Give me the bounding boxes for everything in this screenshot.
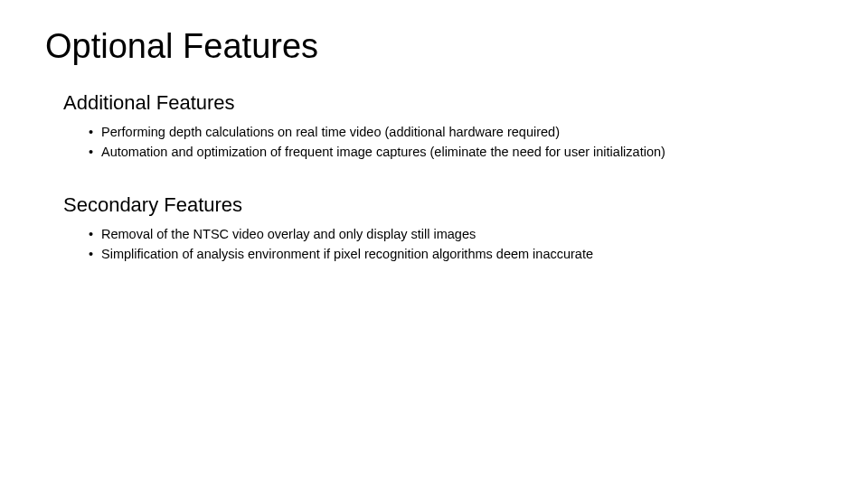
section-heading: Secondary Features [63,193,823,217]
slide-title: Optional Features [45,27,823,66]
list-item: Removal of the NTSC video overlay and on… [89,226,823,244]
section-heading: Additional Features [63,91,823,115]
slide-container: Optional Features Additional Features Pe… [0,0,868,323]
list-item: Automation and optimization of frequent … [89,144,823,162]
bullet-list: Removal of the NTSC video overlay and on… [63,226,823,263]
section-secondary: Secondary Features Removal of the NTSC v… [45,193,823,263]
list-item: Simplification of analysis environment i… [89,246,823,264]
bullet-list: Performing depth calculations on real ti… [63,124,823,161]
list-item: Performing depth calculations on real ti… [89,124,823,142]
section-additional: Additional Features Performing depth cal… [45,91,823,161]
